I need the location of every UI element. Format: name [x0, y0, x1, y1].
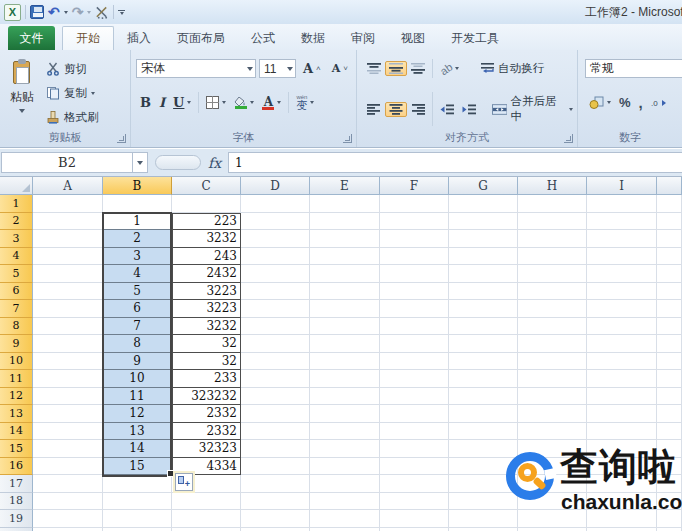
cell-F18[interactable]: [380, 493, 449, 511]
tab-数据[interactable]: 数据: [288, 26, 338, 50]
cell-C8[interactable]: 3232: [172, 318, 241, 336]
cell-D15[interactable]: [241, 440, 310, 458]
align-left-button[interactable]: [363, 102, 385, 117]
cell-B18[interactable]: [103, 493, 172, 511]
cell-F13[interactable]: [380, 405, 449, 423]
cell-A11[interactable]: [33, 370, 103, 388]
cell-E17[interactable]: [310, 475, 380, 493]
cell-H7[interactable]: [518, 300, 587, 318]
cell-E6[interactable]: [310, 283, 380, 301]
cell-I9[interactable]: [587, 335, 657, 353]
cell-F2[interactable]: [380, 213, 449, 231]
cell-J13[interactable]: [657, 405, 682, 423]
cell-B16[interactable]: 15: [103, 458, 172, 476]
cell-H12[interactable]: [518, 388, 587, 406]
cell-J1[interactable]: [657, 195, 682, 213]
cell-B19[interactable]: [103, 510, 172, 528]
cell-A12[interactable]: [33, 388, 103, 406]
cell-I12[interactable]: [587, 388, 657, 406]
cell-H14[interactable]: [518, 423, 587, 441]
cell-A4[interactable]: [33, 248, 103, 266]
column-header-I[interactable]: I: [587, 177, 657, 195]
clipboard-dialog-launcher-icon[interactable]: [117, 134, 126, 143]
cell-G11[interactable]: [449, 370, 518, 388]
column-header-partial[interactable]: [657, 177, 682, 195]
cell-A20[interactable]: [33, 528, 103, 531]
cell-E4[interactable]: [310, 248, 380, 266]
row-header-18[interactable]: 18: [0, 493, 33, 511]
cell-E19[interactable]: [310, 510, 380, 528]
accounting-format-button[interactable]: [585, 94, 615, 111]
cell-B6[interactable]: 5: [103, 283, 172, 301]
cell-F1[interactable]: [380, 195, 449, 213]
autofill-options-button[interactable]: +: [175, 473, 193, 491]
cell-B4[interactable]: 3: [103, 248, 172, 266]
cell-H20[interactable]: [518, 528, 587, 531]
cell-C18[interactable]: [172, 493, 241, 511]
cell-H2[interactable]: [518, 213, 587, 231]
row-header-20[interactable]: 20: [0, 528, 33, 531]
cell-G20[interactable]: [449, 528, 518, 531]
percent-style-button[interactable]: %: [615, 93, 635, 112]
column-header-B[interactable]: B: [103, 177, 172, 195]
row-header-4[interactable]: 4: [0, 248, 33, 266]
cell-C1[interactable]: [172, 195, 241, 213]
redo-icon[interactable]: ↷: [72, 5, 84, 19]
tab-插入[interactable]: 插入: [114, 26, 164, 50]
cell-E12[interactable]: [310, 388, 380, 406]
cell-G8[interactable]: [449, 318, 518, 336]
cell-E7[interactable]: [310, 300, 380, 318]
cell-B10[interactable]: 9: [103, 353, 172, 371]
cell-C9[interactable]: 32: [172, 335, 241, 353]
cell-A16[interactable]: [33, 458, 103, 476]
save-icon[interactable]: [30, 5, 44, 19]
cell-E5[interactable]: [310, 265, 380, 283]
tab-file[interactable]: 文件: [8, 26, 55, 50]
cell-C20[interactable]: [172, 528, 241, 531]
cell-J5[interactable]: [657, 265, 682, 283]
cell-H5[interactable]: [518, 265, 587, 283]
cell-C15[interactable]: 32323: [172, 440, 241, 458]
row-header-13[interactable]: 13: [0, 405, 33, 423]
row-header-2[interactable]: 2: [0, 213, 33, 231]
cell-I3[interactable]: [587, 230, 657, 248]
cell-E1[interactable]: [310, 195, 380, 213]
cell-F20[interactable]: [380, 528, 449, 531]
cell-A2[interactable]: [33, 213, 103, 231]
cell-B2[interactable]: 1: [103, 213, 172, 231]
cell-B12[interactable]: 11: [103, 388, 172, 406]
tab-审阅[interactable]: 审阅: [338, 26, 388, 50]
column-header-E[interactable]: E: [310, 177, 380, 195]
cell-C13[interactable]: 2332: [172, 405, 241, 423]
cell-D19[interactable]: [241, 510, 310, 528]
cell-H4[interactable]: [518, 248, 587, 266]
cell-A14[interactable]: [33, 423, 103, 441]
cell-H9[interactable]: [518, 335, 587, 353]
align-middle-button[interactable]: [385, 61, 407, 76]
cell-I10[interactable]: [587, 353, 657, 371]
cell-E8[interactable]: [310, 318, 380, 336]
cut-button[interactable]: 剪切: [46, 58, 128, 80]
increase-decimal-button[interactable]: .0: [647, 95, 673, 111]
cell-C4[interactable]: 243: [172, 248, 241, 266]
cell-F3[interactable]: [380, 230, 449, 248]
grow-font-button[interactable]: A˄: [299, 59, 325, 78]
cell-D12[interactable]: [241, 388, 310, 406]
comma-style-button[interactable]: ,: [635, 92, 647, 113]
row-header-16[interactable]: 16: [0, 458, 33, 476]
cell-D11[interactable]: [241, 370, 310, 388]
cell-D16[interactable]: [241, 458, 310, 476]
cell-F19[interactable]: [380, 510, 449, 528]
merge-center-button[interactable]: 合并后居中: [488, 92, 577, 126]
cell-H1[interactable]: [518, 195, 587, 213]
cell-J12[interactable]: [657, 388, 682, 406]
cell-J2[interactable]: [657, 213, 682, 231]
cell-B13[interactable]: 12: [103, 405, 172, 423]
cell-C10[interactable]: 32: [172, 353, 241, 371]
shrink-font-button[interactable]: A˅: [328, 60, 352, 77]
cell-B11[interactable]: 10: [103, 370, 172, 388]
cell-E3[interactable]: [310, 230, 380, 248]
cell-I7[interactable]: [587, 300, 657, 318]
row-header-17[interactable]: 17: [0, 475, 33, 493]
cell-E18[interactable]: [310, 493, 380, 511]
